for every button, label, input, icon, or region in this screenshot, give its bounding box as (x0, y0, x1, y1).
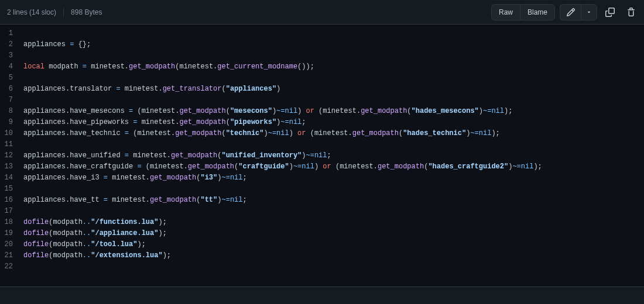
code-line[interactable]: 3 (0, 50, 644, 61)
raw-button[interactable]: Raw (491, 4, 520, 20)
code-line[interactable]: 7 (0, 95, 644, 106)
code-line[interactable]: 16appliances.have_tt = minetest.get_modp… (0, 195, 644, 206)
line-number[interactable]: 8 (0, 106, 20, 117)
code-line[interactable]: 11 (0, 139, 644, 150)
line-number[interactable]: 7 (0, 95, 20, 106)
line-number[interactable]: 14 (0, 172, 20, 184)
blame-button[interactable]: Blame (520, 4, 555, 20)
edit-group (560, 4, 597, 20)
code-content (20, 206, 644, 217)
divider (63, 8, 64, 17)
line-number[interactable]: 5 (0, 72, 20, 84)
code-line[interactable]: 1 (0, 28, 644, 39)
edit-dropdown-button[interactable] (581, 4, 597, 20)
line-number[interactable]: 21 (0, 250, 20, 261)
line-number[interactable]: 15 (0, 184, 20, 195)
code-content: appliances.have_pipeworks = minetest.get… (20, 117, 644, 128)
code-line[interactable]: 18dofile(modpath.."/functions.lua"); (0, 217, 644, 228)
code-line[interactable]: 17 (0, 206, 644, 217)
code-content: appliances.have_i3 = minetest.get_modpat… (20, 172, 644, 184)
line-number[interactable]: 22 (0, 261, 20, 272)
line-number[interactable]: 13 (0, 161, 20, 172)
code-content: dofile(modpath.."/functions.lua"); (20, 217, 644, 228)
code-content (20, 95, 644, 106)
file-size: 898 Bytes (71, 8, 102, 16)
caret-down-icon (586, 9, 592, 15)
code-line[interactable]: 8appliances.have_mesecons = (minetest.ge… (0, 106, 644, 117)
line-number[interactable]: 9 (0, 117, 20, 128)
code-line[interactable]: 19dofile(modpath.."/appliance.lua"); (0, 228, 644, 239)
code-content: appliances.have_mesecons = (minetest.get… (20, 106, 644, 117)
code-view[interactable]: 1 2appliances = {};3 4local modpath = mi… (0, 25, 644, 272)
line-number[interactable]: 12 (0, 150, 20, 161)
code-content (20, 184, 644, 195)
code-line[interactable]: 15 (0, 184, 644, 195)
edit-button[interactable] (560, 4, 581, 20)
code-content: dofile(modpath.."/extensions.lua"); (20, 250, 644, 261)
code-content: appliances.have_unified = minetest.get_m… (20, 150, 644, 161)
copy-button[interactable] (602, 4, 618, 20)
line-number[interactable]: 6 (0, 84, 20, 95)
code-line[interactable]: 9appliances.have_pipeworks = minetest.ge… (0, 117, 644, 128)
code-content: appliances.have_tt = minetest.get_modpat… (20, 195, 644, 206)
code-content: dofile(modpath.."/tool.lua"); (20, 239, 644, 250)
code-line[interactable]: 22 (0, 261, 644, 272)
line-number[interactable]: 3 (0, 50, 20, 61)
code-content: appliances.translator = minetest.get_tra… (20, 84, 644, 95)
code-content (20, 72, 644, 84)
code-content: appliances.have_technic = (minetest.get_… (20, 128, 644, 139)
line-number[interactable]: 18 (0, 217, 20, 228)
line-number[interactable]: 1 (0, 28, 20, 39)
file-actions: Raw Blame (491, 4, 639, 20)
code-line[interactable]: 13appliances.have_craftguide = (minetest… (0, 161, 644, 172)
pencil-icon (566, 8, 576, 17)
file-stats: 2 lines (14 sloc) 898 Bytes (7, 8, 102, 17)
delete-button[interactable] (623, 4, 639, 20)
code-content: appliances = {}; (20, 39, 644, 50)
code-content (20, 261, 644, 272)
code-line[interactable]: 20dofile(modpath.."/tool.lua"); (0, 239, 644, 250)
line-number[interactable]: 11 (0, 139, 20, 150)
code-content: local modpath = minetest.get_modpath(min… (20, 61, 644, 72)
line-count: 2 lines (14 sloc) (7, 8, 56, 16)
line-number[interactable]: 10 (0, 128, 20, 139)
line-number[interactable]: 19 (0, 228, 20, 239)
footer-bar (0, 286, 644, 304)
code-line[interactable]: 4local modpath = minetest.get_modpath(mi… (0, 61, 644, 72)
code-line[interactable]: 14appliances.have_i3 = minetest.get_modp… (0, 172, 644, 184)
code-line[interactable]: 21dofile(modpath.."/extensions.lua"); (0, 250, 644, 261)
code-line[interactable]: 6appliances.translator = minetest.get_tr… (0, 84, 644, 95)
code-line[interactable]: 10appliances.have_technic = (minetest.ge… (0, 128, 644, 139)
line-number[interactable]: 20 (0, 239, 20, 250)
copy-icon (605, 8, 615, 17)
line-number[interactable]: 4 (0, 61, 20, 72)
code-content (20, 50, 644, 61)
code-content (20, 28, 644, 39)
line-number[interactable]: 2 (0, 39, 20, 50)
trash-icon (626, 8, 636, 17)
code-line[interactable]: 5 (0, 72, 644, 84)
file-header-bar: 2 lines (14 sloc) 898 Bytes Raw Blame (0, 0, 644, 25)
code-content (20, 139, 644, 150)
line-number[interactable]: 16 (0, 195, 20, 206)
code-content: dofile(modpath.."/appliance.lua"); (20, 228, 644, 239)
raw-blame-group: Raw Blame (491, 4, 555, 20)
line-number[interactable]: 17 (0, 206, 20, 217)
code-line[interactable]: 12appliances.have_unified = minetest.get… (0, 150, 644, 161)
code-line[interactable]: 2appliances = {}; (0, 39, 644, 50)
code-content: appliances.have_craftguide = (minetest.g… (20, 161, 644, 172)
